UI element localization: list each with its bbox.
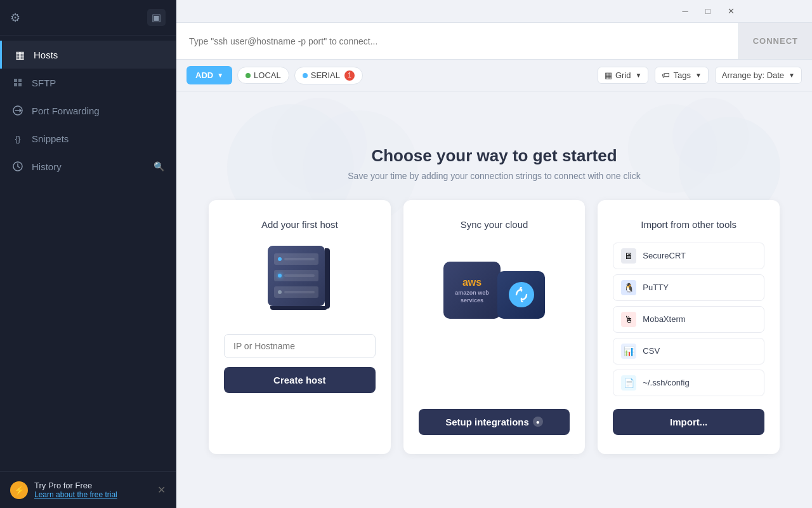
mobaxterm-item[interactable]: 🖱 MobaXterm: [613, 306, 764, 333]
aws-illustration: aws amazon web services: [443, 243, 545, 319]
securecrt-item[interactable]: 🖥 SecureCRT: [613, 243, 764, 269]
slot-dot-3: [278, 290, 282, 294]
sidebar: ⚙ ▣ ▦ Hosts SFTP Port Forwarding: [0, 0, 176, 508]
sidebar-nav: ▦ Hosts SFTP Port Forwarding {} Snippets: [0, 36, 176, 471]
serial-dot-icon: [303, 73, 308, 78]
ssh-input[interactable]: [176, 23, 738, 59]
serial-button[interactable]: SERIAL 1: [294, 67, 363, 84]
setup-integrations-button[interactable]: Setup integrations ●: [419, 409, 570, 435]
sync-cloud-card: Sync your cloud aws amazon web services: [403, 200, 586, 454]
tags-chevron-icon: ▼: [695, 72, 702, 79]
settings-icon[interactable]: ⚙: [10, 11, 20, 25]
cards-container: Add your first host: [209, 200, 780, 454]
getting-started-header: Choose your way to get started Save your…: [348, 146, 640, 181]
import-tools-list: 🖥 SecureCRT 🐧 PuTTY 🖱 MobaXterm 📊 CSV: [613, 243, 764, 396]
ssh-config-icon: 📄: [621, 375, 636, 391]
sidebar-item-label: SFTP: [32, 77, 56, 88]
toolbar-right: ▦ Grid ▼ 🏷 Tags ▼ Arrange by: Date ▼: [598, 67, 802, 84]
grid-chevron-icon: ▼: [636, 72, 642, 79]
sidebar-item-label: Snippets: [32, 133, 69, 144]
csv-label: CSV: [643, 346, 660, 356]
main-subheading: Save your time by adding your connection…: [348, 171, 640, 181]
local-dot-icon: [246, 73, 251, 78]
content-area: Choose your way to get started Save your…: [176, 91, 812, 508]
sidebar-item-hosts[interactable]: ▦ Hosts: [0, 41, 176, 69]
tags-icon: 🏷: [662, 70, 670, 80]
add-chevron-icon: ▼: [217, 72, 223, 79]
grid-icon: ▦: [605, 70, 612, 80]
sync-circle-icon: [509, 282, 534, 307]
sidebar-bottom: ⚡ Try Pro for Free Learn about the free …: [0, 471, 176, 508]
securecrt-label: SecureCRT: [643, 251, 686, 260]
import-card-title: Import from other tools: [641, 219, 737, 230]
main-heading: Choose your way to get started: [348, 146, 640, 166]
sidebar-item-history[interactable]: History 🔍: [0, 152, 176, 180]
arrange-chevron-icon: ▼: [789, 72, 795, 79]
sync-cloud-card-title: Sync your cloud: [461, 219, 528, 230]
create-host-button[interactable]: Create host: [224, 367, 376, 393]
terminal-icon[interactable]: ▣: [147, 9, 166, 26]
lightning-icon: ⚡: [10, 481, 28, 499]
sidebar-item-sftp[interactable]: SFTP: [0, 69, 176, 97]
import-button[interactable]: Import...: [613, 409, 764, 435]
slot-dot-2: [278, 274, 282, 277]
arrange-button[interactable]: Arrange by: Date ▼: [715, 67, 802, 84]
server-right-face: [325, 248, 330, 309]
integrations-info-icon: ●: [533, 417, 543, 427]
server-bottom-face: [270, 306, 327, 310]
close-pro-icon[interactable]: ✕: [157, 484, 166, 496]
titlebar: ─ □ ✕: [176, 0, 812, 23]
serial-badge: 1: [344, 70, 355, 81]
putty-label: PuTTY: [643, 283, 668, 292]
putty-icon: 🐧: [621, 280, 636, 295]
add-host-card: Add your first host: [209, 200, 391, 454]
pro-link[interactable]: Learn about the free trial: [34, 490, 117, 499]
csv-item[interactable]: 📊 CSV: [613, 338, 764, 364]
local-button[interactable]: LOCAL: [237, 67, 289, 84]
maximize-button[interactable]: □: [697, 3, 719, 20]
sidebar-item-label: Hosts: [34, 50, 58, 60]
sidebar-item-port-forwarding[interactable]: Port Forwarding: [0, 97, 176, 124]
sidebar-top: ⚙ ▣: [0, 0, 176, 36]
sidebar-item-label: Port Forwarding: [32, 105, 100, 116]
toolbar: ADD ▼ LOCAL SERIAL 1 ▦ Grid ▼ 🏷 Tags ▼: [176, 60, 812, 91]
snippets-icon: {}: [11, 132, 24, 145]
ssh-bar: CONNECT: [176, 23, 812, 60]
host-input-wrap: [224, 334, 376, 358]
csv-icon: 📊: [621, 344, 636, 359]
host-input[interactable]: [224, 334, 376, 358]
connect-button[interactable]: CONNECT: [738, 23, 812, 59]
ssh-config-label: ~/.ssh/config: [643, 378, 689, 387]
server-illustration: [261, 243, 337, 319]
mobaxterm-icon: 🖱: [621, 312, 636, 327]
main-content: ─ □ ✕ CONNECT ADD ▼ LOCAL SERIAL 1 ▦ Gri…: [176, 0, 812, 508]
putty-item[interactable]: 🐧 PuTTY: [613, 274, 764, 301]
ssh-config-item[interactable]: 📄 ~/.ssh/config: [613, 370, 764, 396]
port-forwarding-icon: [11, 104, 24, 117]
slot-dot-1: [278, 257, 282, 261]
history-icon: [11, 160, 24, 173]
close-button[interactable]: ✕: [719, 3, 742, 20]
mobaxterm-label: MobaXterm: [643, 314, 685, 324]
grid-button[interactable]: ▦ Grid ▼: [598, 67, 648, 84]
sidebar-item-snippets[interactable]: {} Snippets: [0, 124, 176, 152]
pro-title: Try Pro for Free: [34, 481, 117, 490]
securecrt-icon: 🖥: [621, 248, 636, 264]
history-search-icon[interactable]: 🔍: [154, 161, 164, 171]
tags-button[interactable]: 🏷 Tags ▼: [655, 67, 708, 84]
import-card: Import from other tools 🖥 SecureCRT 🐧 Pu…: [598, 200, 780, 454]
sftp-icon: [11, 76, 24, 89]
pro-banner: ⚡ Try Pro for Free Learn about the free …: [10, 481, 117, 499]
hosts-icon: ▦: [13, 48, 26, 61]
add-button[interactable]: ADD ▼: [187, 66, 232, 84]
sidebar-item-label: History: [32, 161, 62, 172]
add-host-card-title: Add your first host: [261, 219, 338, 230]
minimize-button[interactable]: ─: [674, 3, 697, 20]
